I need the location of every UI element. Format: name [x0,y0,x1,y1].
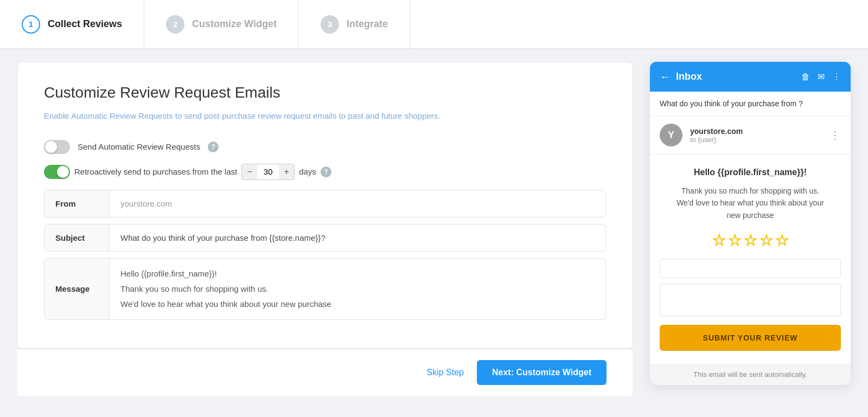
body-text-2: We'd love to hear what you think about y… [676,198,824,207]
toggle-thumb [45,141,57,153]
step-2[interactable]: 2 Customize Widget [144,0,299,48]
message-value[interactable]: Hello {{profile.first_name}}! Thank you … [110,259,605,319]
email-header: ← Inbox 🗑 ✉ ⋮ [650,62,851,92]
auto-review-help-icon[interactable]: ? [208,142,219,152]
email-subject-bar: What do you think of your purchase from … [650,92,851,116]
message-line-2: Thank you so much for shopping with us. [120,283,269,296]
main-layout: Customize Review Request Emails Enable A… [0,49,868,417]
email-header-icons: 🗑 ✉ ⋮ [801,72,841,82]
stepper: 1 Collect Reviews 2 Customize Widget 3 I… [0,0,868,49]
days-input[interactable] [257,166,279,177]
message-field-row: Message Hello {{profile.first_name}}! Th… [44,258,606,320]
form-subtitle: Enable Automatic Review Requests to send… [44,110,606,123]
right-panel: ← Inbox 🗑 ✉ ⋮ What do you think of your … [650,62,851,385]
star-4[interactable]: ★ [760,232,773,249]
days-input-group: − + [241,164,295,180]
step-1-label: Collect Reviews [48,18,122,30]
email-body: Hello {{profile.first_name}}! Thank you … [650,155,851,364]
sender-info: yourstore.com to {user} [690,127,822,144]
retro-send-toggle[interactable] [44,165,70,179]
sender-to: to {user} [690,136,822,144]
auto-review-toggle-row: Send Automatic Review Requests ? [44,140,606,154]
email-preview: ← Inbox 🗑 ✉ ⋮ What do you think of your … [650,62,851,385]
email-greeting: Hello {{profile.first_name}}! [660,168,841,177]
message-label: Message [44,259,110,319]
from-label: From [44,190,110,217]
left-panel: Customize Review Request Emails Enable A… [17,62,633,396]
subject-label: Subject [44,224,110,251]
star-5[interactable]: ★ [776,232,788,249]
retro-send-row: Retroactively send to purchases from the… [44,164,606,180]
skip-step-button[interactable]: Skip Step [427,368,464,377]
step-1-number: 1 [22,15,40,34]
review-body-input[interactable] [660,284,841,316]
back-arrow-icon[interactable]: ← [660,70,671,83]
from-field-row: From yourstore.com [44,190,606,217]
from-value: yourstore.com [110,190,605,217]
retro-send-label: Retroactively send to purchases from the… [74,167,237,176]
retro-toggle-thumb [57,166,69,178]
days-increment-button[interactable]: + [279,164,294,179]
step-2-label: Customize Widget [192,18,277,30]
body-text-3: new purchase [726,211,774,220]
step-3[interactable]: 3 Integrate [299,0,410,48]
message-line-3: We'd love to hear what you think about y… [120,298,331,311]
step-1[interactable]: 1 Collect Reviews [0,0,144,48]
star-3[interactable]: ★ [744,232,757,249]
sender-more-icon[interactable]: ⋮ [829,129,841,142]
sender-name: yourstore.com [690,127,822,136]
email-footer-note: This email will be sent automatically. [650,364,851,385]
message-line-1: Hello {{profile.first_name}}! [120,267,217,280]
review-title-input[interactable] [660,259,841,278]
auto-review-toggle-label: Send Automatic Review Requests [78,142,200,151]
star-1[interactable]: ★ [713,232,725,249]
form-card: Customize Review Request Emails Enable A… [17,62,633,349]
submit-review-button[interactable]: SUBMIT YOUR REVIEW [660,325,841,351]
step-2-number: 2 [166,15,184,34]
stars-row[interactable]: ★ ★ ★ ★ ★ [660,232,841,249]
more-icon[interactable]: ⋮ [832,72,841,82]
days-unit-label: days [299,167,316,176]
email-body-text: Thank you so much for shopping with us. … [660,185,841,221]
email-sender-row: Y yourstore.com to {user} ⋮ [650,116,851,155]
step-3-number: 3 [321,15,339,34]
mail-icon[interactable]: ✉ [818,72,825,82]
step-3-label: Integrate [347,18,388,30]
auto-review-toggle[interactable] [44,140,70,154]
delete-icon[interactable]: 🗑 [801,72,810,82]
subject-field-row: Subject What do you think of your purcha… [44,224,606,252]
days-decrement-button[interactable]: − [242,164,257,179]
sender-avatar: Y [660,124,682,146]
next-button[interactable]: Next: Customize Widget [477,360,607,385]
form-title: Customize Review Request Emails [44,84,606,101]
inbox-title: Inbox [676,71,796,82]
body-text-1: Thank you so much for shopping with us. [681,187,819,195]
retro-send-help-icon[interactable]: ? [321,166,331,177]
star-2[interactable]: ★ [729,232,741,249]
action-bar: Skip Step Next: Customize Widget [17,349,633,396]
subject-value[interactable]: What do you think of your purchase from … [110,224,605,251]
